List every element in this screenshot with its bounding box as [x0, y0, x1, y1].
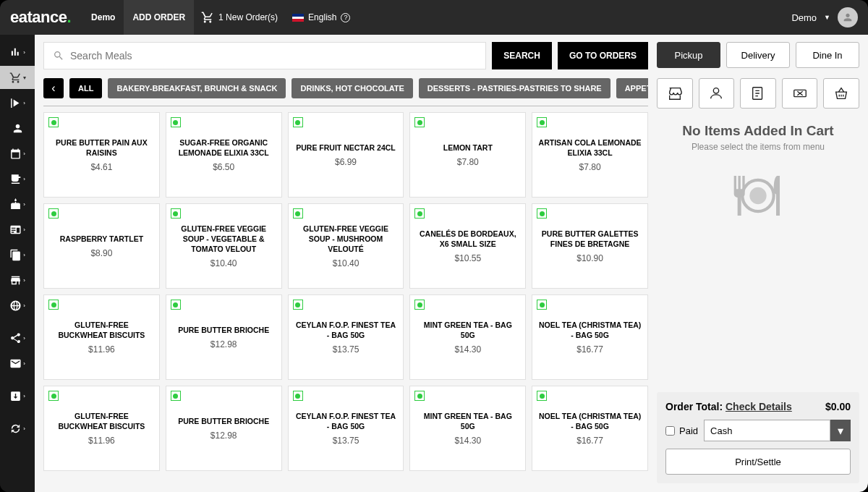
brand-logo: eatance. [10, 8, 71, 27]
category-desserts-pastries-pa[interactable]: DESSERTS - PASTRIES-PASTRIES TO SHARE [419, 78, 610, 98]
product-card[interactable]: LEMON TART$7.80 [409, 112, 526, 198]
sidebar-item-export[interactable]: › [0, 384, 35, 407]
sidebar-item-mail[interactable]: › [0, 352, 35, 375]
sidebar-item-cake[interactable]: › [0, 192, 35, 216]
new-order-link[interactable]: 1 New Order(s) [201, 11, 278, 24]
service-pickup[interactable]: Pickup [657, 42, 720, 68]
action-coupon[interactable] [782, 78, 818, 109]
product-card[interactable]: MINT GREEN TEA - BAG 50G$14.30 [409, 294, 526, 380]
product-name: CEYLAN F.O.P. FINEST TEA - BAG 50G [294, 411, 398, 431]
product-card[interactable]: CEYLAN F.O.P. FINEST TEA - BAG 50G$13.75 [288, 386, 404, 471]
paid-checkbox-label[interactable]: Paid [665, 425, 698, 436]
cart-empty-title: No Items Added In Cart [657, 123, 859, 139]
product-card[interactable]: ARTISAN COLA LEMONADE ELIXIA 33CL$7.80 [532, 112, 648, 198]
veg-icon [414, 300, 425, 310]
product-card[interactable]: PURE BUTTER BRIOCHE$12.98 [166, 294, 282, 380]
service-dinein[interactable]: Dine In [796, 42, 859, 68]
sidebar-item-news[interactable]: › [0, 218, 35, 241]
language-selector[interactable]: English ? [292, 12, 350, 22]
search-input-wrapper[interactable] [43, 42, 486, 69]
search-input[interactable] [70, 50, 477, 62]
sidebar-item-cup[interactable]: › [0, 167, 35, 190]
avatar[interactable] [838, 7, 858, 27]
product-name: NOEL TEA (CHRISTMA TEA) - BAG 50G [538, 411, 642, 431]
sidebar-item-analytics[interactable]: › [0, 41, 35, 64]
veg-icon [537, 300, 547, 310]
category-all[interactable]: ALL [69, 78, 102, 98]
category-bakery-breakfast-bru[interactable]: BAKERY-BREAKFAST, BRUNCH & SNACK [108, 78, 286, 98]
sidebar-item-refresh[interactable]: › [0, 417, 35, 440]
new-order-count: 1 New Order(s) [218, 12, 278, 22]
product-card[interactable]: NOEL TEA (CHRISTMA TEA) - BAG 50G$16.77 [532, 294, 648, 380]
veg-icon [293, 300, 303, 310]
veg-icon [414, 208, 425, 219]
product-card[interactable]: MINT GREEN TEA - BAG 50G$14.30 [409, 386, 526, 471]
sidebar-item-share[interactable]: › [0, 326, 35, 349]
service-delivery[interactable]: Delivery [726, 42, 790, 68]
product-price: $13.75 [333, 344, 359, 355]
action-store[interactable] [657, 78, 693, 109]
product-card[interactable]: RASPBERRY TARTLET$8.90 [43, 203, 160, 289]
veg-icon [171, 300, 181, 310]
category-prev[interactable]: ‹ [43, 78, 64, 98]
chevron-down-icon: ▾ [830, 420, 851, 441]
product-card[interactable]: GLUTEN-FREE VEGGIE SOUP - VEGETABLE & TO… [166, 203, 282, 289]
check-details-link[interactable]: Check Details [726, 401, 792, 412]
product-card[interactable]: PURE BUTTER GALETTES FINES DE BRETAGNE$1… [532, 203, 648, 289]
product-name: PURE BUTTER BRIOCHE [178, 416, 269, 426]
category-drinks-hot-chocolate[interactable]: DRINKS, HOT CHOCOLATE [292, 78, 412, 98]
user-name[interactable]: Demo [791, 12, 817, 23]
sidebar-item-menu[interactable]: › [0, 91, 35, 114]
sidebar-item-copy[interactable]: › [0, 243, 35, 266]
print-settle-button[interactable]: Print/Settle [665, 449, 851, 475]
veg-icon [414, 117, 425, 127]
sidebar-item-users[interactable] [0, 116, 35, 140]
product-name: CANELÉS DE BORDEAUX, X6 SMALL SIZE [416, 229, 519, 249]
action-basket[interactable] [823, 78, 859, 109]
sidebar-item-calendar[interactable]: › [0, 142, 35, 165]
veg-icon [293, 391, 303, 401]
product-name: MINT GREEN TEA - BAG 50G [416, 320, 519, 340]
product-price: $7.80 [579, 162, 601, 172]
sidebar-item-store[interactable]: › [0, 268, 35, 292]
product-card[interactable]: GLUTEN-FREE BUCKWHEAT BISCUITS$11.96 [43, 386, 160, 471]
search-icon [53, 50, 64, 62]
product-card[interactable]: PURE BUTTER BRIOCHE$12.98 [166, 386, 282, 471]
product-card[interactable]: PURE BUTTER PAIN AUX RAISINS$4.61 [43, 112, 160, 198]
product-card[interactable]: CANELÉS DE BORDEAUX, X6 SMALL SIZE$10.55 [409, 203, 526, 289]
product-price: $6.50 [213, 162, 234, 172]
nav-demo[interactable]: Demo [82, 0, 124, 35]
product-price: $11.96 [88, 344, 115, 355]
paid-checkbox[interactable] [665, 426, 675, 436]
product-card[interactable]: NOEL TEA (CHRISTMA TEA) - BAG 50G$16.77 [532, 386, 648, 471]
nav-add-order[interactable]: ADD ORDER [124, 0, 194, 35]
plate-icon [722, 165, 794, 223]
product-card[interactable]: GLUTEN-FREE BUCKWHEAT BISCUITS$11.96 [43, 294, 160, 380]
product-name: GLUTEN-FREE VEGGIE SOUP - VEGETABLE & TO… [172, 224, 276, 255]
search-button[interactable]: SEARCH [492, 42, 552, 69]
product-price: $16.77 [576, 344, 603, 355]
go-to-orders-button[interactable]: GO TO ORDERS [558, 42, 648, 69]
sidebar-item-orders[interactable]: ▾ [0, 66, 35, 89]
product-card[interactable]: GLUTEN-FREE VEGGIE SOUP - MUSHROOM VELOU… [288, 203, 404, 289]
product-card[interactable]: PURE FRUIT NECTAR 24CL$6.99 [288, 112, 404, 198]
order-total-label: Order Total: [665, 401, 723, 412]
basket-icon [833, 85, 849, 101]
product-name: PURE BUTTER PAIN AUX RAISINS [50, 137, 153, 158]
sidebar: › ▾ › › › › › › › › › › › › [0, 35, 35, 492]
product-card[interactable]: CEYLAN F.O.P. FINEST TEA - BAG 50G$13.75 [288, 294, 404, 380]
category-appetizers[interactable]: APPETIZERS [616, 78, 648, 98]
action-customer[interactable] [699, 78, 735, 109]
product-price: $16.77 [576, 436, 603, 446]
cart-empty-subtitle: Please select the items from menu [657, 142, 859, 152]
product-name: PURE BUTTER BRIOCHE [178, 325, 269, 335]
product-card[interactable]: SUGAR-FREE ORGANIC LEMONADE ELIXIA 33CL$… [166, 112, 282, 198]
product-name: PURE FRUIT NECTAR 24CL [296, 143, 395, 153]
product-name: RASPBERRY TARTLET [60, 234, 143, 244]
action-notes[interactable] [740, 78, 776, 109]
product-price: $12.98 [210, 430, 237, 441]
payment-method-select[interactable]: Cash ▾ [704, 420, 851, 441]
cart-empty-state: No Items Added In Cart Please select the… [657, 123, 859, 226]
sidebar-item-globe[interactable]: › [0, 294, 35, 317]
product-price: $6.99 [335, 157, 357, 167]
